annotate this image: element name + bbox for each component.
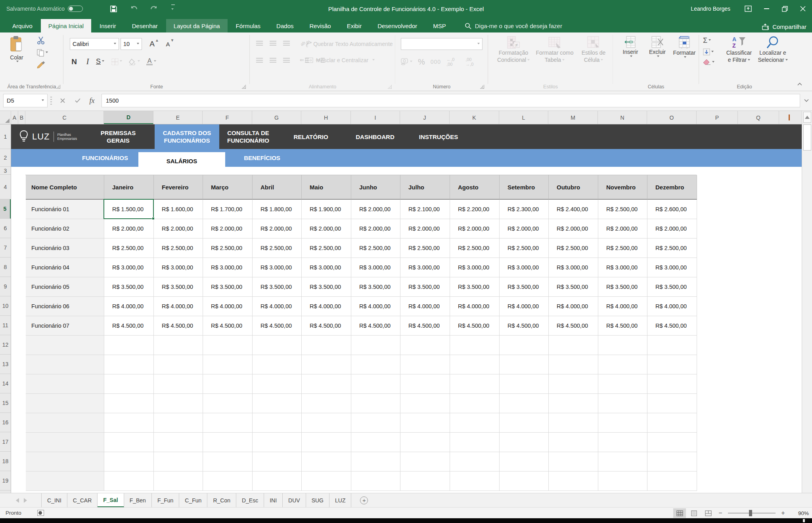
format-as-table-button[interactable]: Formatar comoTabela bbox=[535, 36, 575, 63]
salary-cell-empty[interactable] bbox=[253, 413, 302, 433]
column-header-Q[interactable]: Q bbox=[738, 111, 779, 124]
row-header-2[interactable]: 2 bbox=[0, 149, 11, 167]
ribbon-tab-layout-da-p-gina[interactable]: Layout da Página bbox=[166, 19, 228, 32]
wrap-text-button[interactable]: abc Quebrar Texto Automaticamente bbox=[306, 40, 393, 48]
salary-cell-empty[interactable] bbox=[203, 355, 253, 374]
salary-cell[interactable]: R$ 3.500,00 bbox=[598, 277, 647, 297]
employee-name-cell[interactable]: Funcionário 06 bbox=[26, 297, 104, 316]
copy-caret[interactable] bbox=[46, 52, 48, 54]
salary-cell-empty[interactable] bbox=[351, 471, 400, 491]
salary-cell[interactable]: R$ 4.500,00 bbox=[154, 316, 203, 336]
salary-cell-empty[interactable] bbox=[647, 452, 697, 471]
ribbon-tab-f-rmulas[interactable]: Fórmulas bbox=[228, 19, 268, 32]
salary-cell[interactable]: R$ 2.300,00 bbox=[500, 200, 549, 219]
salary-cell-empty[interactable] bbox=[647, 336, 697, 355]
grow-font-button[interactable]: A▲ bbox=[147, 38, 161, 50]
table-header-novembro[interactable]: Novembro bbox=[598, 175, 647, 200]
salary-cell[interactable]: R$ 2.500,00 bbox=[450, 239, 500, 258]
salary-cell-empty[interactable] bbox=[351, 394, 400, 413]
table-header-mar-o[interactable]: Março bbox=[203, 175, 253, 200]
ribbon-tab-desenvolvedor[interactable]: Desenvolvedor bbox=[370, 19, 425, 32]
salary-cell[interactable]: R$ 3.500,00 bbox=[647, 277, 697, 297]
salary-cell-empty[interactable] bbox=[154, 336, 203, 355]
salary-cell-empty[interactable] bbox=[647, 471, 697, 491]
employee-name-cell-empty[interactable] bbox=[26, 471, 104, 491]
salary-cell[interactable]: R$ 2.500,00 bbox=[598, 200, 647, 219]
subnav-tab-salarios[interactable]: SALÁRIOS bbox=[138, 152, 225, 170]
format-painter-icon[interactable] bbox=[36, 61, 45, 69]
sheet-tab-duv[interactable]: DUV bbox=[283, 493, 306, 507]
salary-cell[interactable]: R$ 4.000,00 bbox=[647, 297, 697, 316]
column-header-E[interactable]: E bbox=[153, 111, 203, 124]
cut-icon[interactable] bbox=[36, 36, 45, 44]
ribbon-tab-dados[interactable]: Dados bbox=[269, 19, 301, 32]
salary-cell-empty[interactable] bbox=[104, 452, 154, 471]
conditional-formatting-button[interactable]: ≠ FormataçãoCondicional bbox=[494, 36, 533, 63]
salary-cell[interactable]: R$ 2.400,00 bbox=[549, 200, 598, 219]
table-header-outubro[interactable]: Outubro bbox=[549, 175, 598, 200]
salary-cell-empty[interactable] bbox=[400, 374, 450, 394]
salary-cell[interactable]: R$ 2.500,00 bbox=[351, 239, 400, 258]
row-header-1[interactable]: 1 bbox=[0, 124, 11, 149]
salary-cell-empty[interactable] bbox=[203, 452, 253, 471]
redo-button[interactable] bbox=[147, 3, 161, 15]
undo-button[interactable] bbox=[127, 3, 141, 15]
salary-cell[interactable]: R$ 3.500,00 bbox=[253, 277, 302, 297]
font-dialog-launcher[interactable] bbox=[242, 85, 246, 89]
copy-icon[interactable] bbox=[36, 49, 44, 57]
employee-name-cell[interactable]: Funcionário 05 bbox=[26, 277, 104, 297]
salary-cell[interactable]: R$ 2.000,00 bbox=[400, 219, 450, 239]
table-header-dezembro[interactable]: Dezembro bbox=[647, 175, 697, 200]
table-header-janeiro[interactable]: Janeiro bbox=[104, 175, 154, 200]
sheet-tab-sug[interactable]: SUG bbox=[306, 493, 329, 507]
salary-cell[interactable]: R$ 2.000,00 bbox=[351, 200, 400, 219]
expand-formula-bar-button[interactable] bbox=[802, 97, 810, 105]
salary-cell[interactable]: R$ 1.600,00 bbox=[154, 200, 203, 219]
zoom-slider[interactable] bbox=[728, 513, 776, 513]
salary-cell-empty[interactable] bbox=[598, 433, 647, 452]
salary-cell[interactable]: R$ 4.500,00 bbox=[450, 316, 500, 336]
vertical-scroll-thumb[interactable] bbox=[803, 124, 811, 151]
row-header-3[interactable]: 3 bbox=[0, 167, 11, 175]
salary-cell-empty[interactable] bbox=[154, 394, 203, 413]
select-all-button[interactable] bbox=[0, 111, 11, 124]
salary-cell-empty[interactable] bbox=[549, 374, 598, 394]
salary-cell-empty[interactable] bbox=[400, 355, 450, 374]
salary-cell-empty[interactable] bbox=[598, 336, 647, 355]
salary-cell-empty[interactable] bbox=[400, 336, 450, 355]
table-header-julho[interactable]: Julho bbox=[400, 175, 450, 200]
salary-cell[interactable]: R$ 4.000,00 bbox=[500, 297, 549, 316]
salary-cell-empty[interactable] bbox=[104, 374, 154, 394]
employee-name-cell-empty[interactable] bbox=[26, 355, 104, 374]
salary-cell-empty[interactable] bbox=[549, 336, 598, 355]
nav-tab-instru-es[interactable]: INSTRUÇÕES bbox=[409, 124, 468, 149]
clear-button[interactable] bbox=[703, 59, 714, 65]
percent-style-button[interactable]: % bbox=[418, 57, 425, 67]
account-name[interactable]: Leandro Borges bbox=[691, 6, 730, 12]
salary-cell[interactable]: R$ 4.500,00 bbox=[302, 316, 351, 336]
salary-cell-empty[interactable] bbox=[302, 394, 351, 413]
salary-cell-empty[interactable] bbox=[598, 471, 647, 491]
row-header-17[interactable]: 17 bbox=[0, 432, 11, 452]
salary-cell-empty[interactable] bbox=[104, 355, 154, 374]
salary-cell[interactable]: R$ 3.500,00 bbox=[549, 277, 598, 297]
salary-cell[interactable]: R$ 3.500,00 bbox=[203, 277, 253, 297]
column-header-H[interactable]: H bbox=[301, 111, 351, 124]
align-middle-icon[interactable] bbox=[270, 41, 276, 46]
clipboard-dialog-launcher[interactable] bbox=[56, 85, 60, 89]
salary-cell[interactable]: R$ 2.000,00 bbox=[351, 219, 400, 239]
column-header-D[interactable]: D bbox=[104, 111, 153, 124]
new-sheet-button[interactable]: + bbox=[360, 496, 368, 504]
salary-cell[interactable]: R$ 1.700,00 bbox=[203, 200, 253, 219]
sheet-tab-ini[interactable]: INI bbox=[264, 493, 283, 507]
column-header-B[interactable]: B bbox=[18, 111, 25, 124]
sheet-tab-c_fun[interactable]: C_Fun bbox=[179, 493, 207, 507]
align-right-icon[interactable] bbox=[283, 58, 290, 63]
salary-cell[interactable]: R$ 3.500,00 bbox=[154, 277, 203, 297]
sheet-tab-f_sal[interactable]: F_Sal bbox=[98, 493, 124, 507]
employee-name-cell[interactable]: Funcionário 03 bbox=[26, 239, 104, 258]
salary-cell[interactable]: R$ 3.000,00 bbox=[104, 258, 154, 277]
font-color-button[interactable]: A bbox=[146, 58, 156, 65]
salary-cell[interactable]: R$ 3.000,00 bbox=[253, 258, 302, 277]
salary-cell[interactable]: R$ 4.500,00 bbox=[400, 316, 450, 336]
